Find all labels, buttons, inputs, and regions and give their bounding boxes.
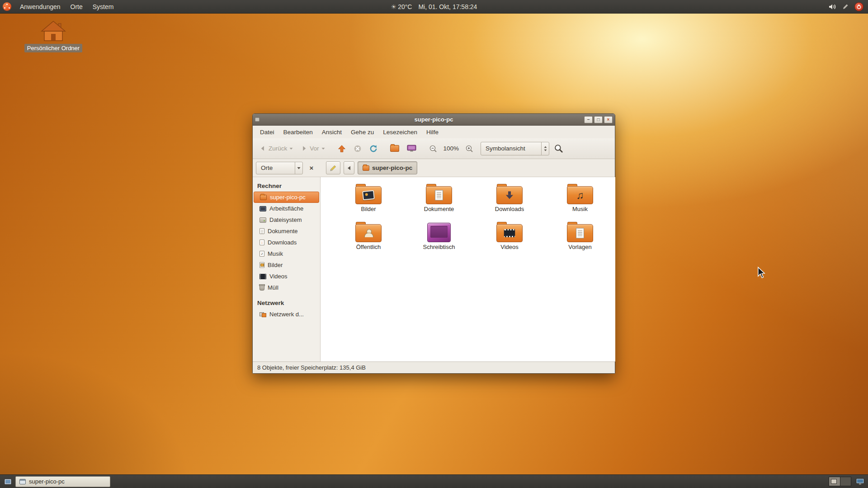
menu-anwendungen[interactable]: Anwendungen xyxy=(15,0,66,13)
desktop-wallpaper: Anwendungen Orte System ☀ 20°C Mi, 01. O… xyxy=(0,0,868,488)
documents-icon xyxy=(259,228,264,234)
edit-location-button[interactable] xyxy=(326,161,340,174)
file-dokumente[interactable]: Dokumente xyxy=(404,183,474,221)
back-button[interactable]: Zurück xyxy=(256,141,296,156)
search-button[interactable] xyxy=(551,141,566,156)
volume-icon[interactable] xyxy=(828,3,837,10)
sidebar-item-label: Dokumente xyxy=(268,228,297,235)
workspace-2[interactable] xyxy=(840,477,851,486)
status-bar: 8 Objekte, freier Speicherplatz: 135,4 G… xyxy=(253,361,615,373)
sidebar-item-label: Müll xyxy=(268,284,278,291)
network-icon xyxy=(259,312,266,317)
sidebar-item-dateisystem[interactable]: Dateisystem xyxy=(254,214,319,225)
pencil-icon xyxy=(330,164,337,172)
forward-button[interactable]: Vor xyxy=(297,141,328,156)
zoom-in-button[interactable] xyxy=(462,141,476,156)
sidebar-item-musik[interactable]: Musik xyxy=(254,248,319,259)
zoom-in-icon xyxy=(465,145,473,153)
chevron-left-icon xyxy=(347,166,351,170)
trash-icon xyxy=(259,285,264,291)
workspace-switcher[interactable] xyxy=(829,477,851,486)
places-label: Orte xyxy=(256,164,295,171)
file-videos[interactable]: Videos xyxy=(474,221,545,259)
sidebar-item-arbeitsflaeche[interactable]: Arbeitsfläche xyxy=(254,203,319,214)
file-bilder[interactable]: Bilder xyxy=(333,183,404,221)
maximize-button[interactable]: □ xyxy=(594,116,603,123)
downloads-icon xyxy=(259,239,264,245)
sidebar-item-downloads[interactable]: Downloads xyxy=(254,237,319,248)
view-mode-select[interactable]: Symbolansicht xyxy=(481,142,549,155)
close-button[interactable]: × xyxy=(604,116,613,123)
home-button[interactable] xyxy=(387,141,402,156)
menu-hilfe[interactable]: Hilfe xyxy=(422,126,443,138)
location-bar: Orte × super-pico-pc xyxy=(253,159,615,177)
computer-icon xyxy=(407,145,416,152)
sidebar-item-netzwerk[interactable]: Netzwerk d... xyxy=(254,309,319,320)
desktop-icon xyxy=(259,206,266,211)
ubuntu-logo-icon[interactable] xyxy=(3,2,11,11)
file-schreibtisch[interactable]: Schreibtisch xyxy=(404,221,474,259)
session-power-icon[interactable] xyxy=(854,2,863,11)
refresh-icon xyxy=(369,145,377,153)
scroll-path-left-button[interactable] xyxy=(344,161,354,174)
documents-folder-icon xyxy=(426,183,452,204)
sidebar-item-videos[interactable]: Videos xyxy=(254,271,319,282)
workspace-1[interactable] xyxy=(829,477,840,486)
desktop-home-launcher[interactable]: Persönlicher Ordner xyxy=(22,20,85,52)
menu-bar: Datei Bearbeiten Ansicht Gehe zu Lesezei… xyxy=(253,126,615,138)
sidebar-item-muell[interactable]: Müll xyxy=(254,282,319,293)
zoom-out-icon xyxy=(429,145,437,153)
search-icon xyxy=(554,144,563,153)
up-button[interactable] xyxy=(335,141,349,156)
stop-button[interactable] xyxy=(350,141,365,156)
file-oeffentlich[interactable]: Öffentlich xyxy=(333,221,404,259)
downloads-folder-icon xyxy=(496,183,523,204)
input-indicator-icon[interactable] xyxy=(842,3,849,10)
window-title: super-pico-pc xyxy=(253,116,615,123)
window-menu-icon[interactable] xyxy=(255,117,259,122)
menu-datei[interactable]: Datei xyxy=(255,126,279,138)
sidebar-header-rechner: Rechner xyxy=(253,180,320,192)
file-musik[interactable]: Musik xyxy=(545,183,615,221)
menu-bearbeiten[interactable]: Bearbeiten xyxy=(279,126,317,138)
sidebar-item-label: Musik xyxy=(268,250,283,257)
titlebar[interactable]: super-pico-pc – □ × xyxy=(253,114,615,126)
sidebar-item-label: Videos xyxy=(269,273,288,280)
desktop-icon-label: Persönlicher Ordner xyxy=(24,44,82,52)
taskbar-item-label: super-pico-pc xyxy=(29,478,65,485)
file-downloads[interactable]: Downloads xyxy=(474,183,545,221)
public-folder-icon xyxy=(355,221,382,242)
minimize-button[interactable]: – xyxy=(584,116,593,123)
chevron-down-icon xyxy=(289,147,293,150)
show-desktop-button[interactable] xyxy=(2,476,14,487)
file-icon-view[interactable]: Bilder Dokumente Downloads Musik xyxy=(321,177,615,361)
file-label: Musik xyxy=(572,206,588,212)
menu-system[interactable]: System xyxy=(88,0,119,13)
file-vorlagen[interactable]: Vorlagen xyxy=(545,221,615,259)
menu-gehe-zu[interactable]: Gehe zu xyxy=(346,126,378,138)
sidebar-item-super-pico-pc[interactable]: super-pico-pc xyxy=(254,192,319,203)
breadcrumb-super-pico-pc[interactable]: super-pico-pc xyxy=(358,161,417,174)
close-sidebar-button[interactable]: × xyxy=(306,162,317,174)
clock-applet[interactable]: Mi, 01. Okt, 17:58:24 xyxy=(418,3,477,10)
taskbar-item-super-pico-pc[interactable]: super-pico-pc xyxy=(15,476,110,487)
videos-icon xyxy=(259,274,266,279)
menu-ansicht[interactable]: Ansicht xyxy=(317,126,346,138)
display-icon[interactable] xyxy=(856,478,864,485)
places-dropdown[interactable]: Orte xyxy=(256,162,303,174)
weather-applet[interactable]: ☀ 20°C xyxy=(391,3,412,10)
computer-button[interactable] xyxy=(404,141,420,156)
zoom-out-button[interactable] xyxy=(426,141,440,156)
forward-label: Vor xyxy=(310,145,319,152)
desktop-item-icon xyxy=(427,223,451,242)
sidebar-item-label: Bilder xyxy=(268,262,283,268)
file-manager-window: super-pico-pc – □ × Datei Bearbeiten Ans… xyxy=(252,113,615,374)
sidebar-item-bilder[interactable]: Bilder xyxy=(254,259,319,271)
mouse-cursor xyxy=(757,267,765,279)
menu-orte[interactable]: Orte xyxy=(66,0,88,13)
status-text: 8 Objekte, freier Speicherplatz: 135,4 G… xyxy=(257,364,366,371)
sidebar-item-dokumente[interactable]: Dokumente xyxy=(254,225,319,237)
menu-lesezeichen[interactable]: Lesezeichen xyxy=(378,126,422,138)
refresh-button[interactable] xyxy=(366,141,381,156)
bottom-panel: super-pico-pc xyxy=(0,474,868,488)
